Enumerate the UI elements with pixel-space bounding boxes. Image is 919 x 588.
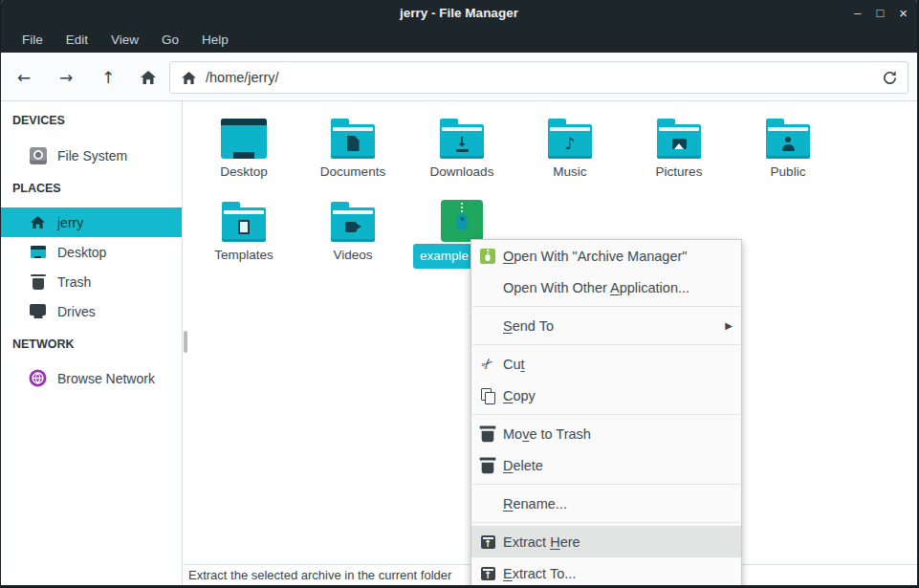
archive-manager-icon [480,249,495,264]
network-globe-icon [29,369,47,387]
file-downloads[interactable]: ↓ Downloads [408,111,515,179]
menu-item-copy[interactable]: Copy [471,380,741,411]
extract-icon: ↑ [480,566,495,581]
file-example-archive[interactable] [408,194,515,242]
path-bar[interactable]: /home/jerry/ [169,61,908,94]
desktop-icon [29,246,47,258]
menu-separator [472,306,740,307]
menu-item-delete[interactable]: Delete [471,449,741,481]
home-icon [29,216,47,229]
sidebar-item-browse-network[interactable]: Browse Network [1,363,182,393]
file-documents[interactable]: Documents [299,111,406,179]
extract-icon: ↑ [480,534,495,550]
menu-item-extract-here[interactable]: ↑ Extract Here [471,526,741,557]
sidebar: DEVICES File System PLACES jerry Desktop… [1,101,183,585]
back-button[interactable]: ← [7,60,41,94]
maximize-button[interactable]: □ [876,0,884,27]
folder-music-icon: ♪ [548,119,592,159]
menu-item-open-with-archive-manager[interactable]: Open With "Archive Manager" [471,240,741,272]
cut-icon: ✂ [480,357,495,372]
menu-item-rename[interactable]: Rename... [471,488,741,519]
sidebar-item-drives[interactable]: Drives [1,296,182,326]
file-videos[interactable]: Videos [299,194,406,262]
close-button[interactable]: × [899,0,908,27]
drive-icon [29,147,47,164]
menu-separator [472,414,740,415]
minimize-button[interactable]: – [854,0,861,27]
reload-button[interactable] [882,70,898,86]
menu-item-open-with-other-application[interactable]: Open With Other Application... [471,272,741,303]
menu-edit[interactable]: Edit [55,27,99,53]
menu-file[interactable]: File [11,27,55,53]
archive-icon [441,200,483,242]
submenu-arrow-icon: ▶ [725,320,733,331]
file-desktop[interactable]: Desktop [190,111,297,179]
forward-icon: → [59,68,73,87]
status-text: Extract the selected archive in the curr… [188,568,451,582]
trash-icon [29,274,47,290]
folder-pictures-icon [657,119,701,159]
sidebar-item-jerry[interactable]: jerry [1,207,182,237]
toolbar: ← → ↑ /home/jerry/ [1,53,917,101]
file-pictures[interactable]: Pictures [625,111,733,179]
menu-item-move-to-trash[interactable]: Move to Trash [471,418,741,449]
forward-button[interactable]: → [49,60,83,94]
file-music[interactable]: ♪ Music [516,111,624,179]
sidebar-item-trash[interactable]: Trash [1,267,182,296]
drives-icon [29,304,47,318]
path-text[interactable]: /home/jerry/ [206,70,279,85]
window-controls: – □ × [854,0,908,27]
folder-public-icon [766,119,810,159]
menubar: File Edit View Go Help [1,27,917,53]
trash-icon [480,426,495,442]
up-button[interactable]: ↑ [91,60,125,94]
reload-icon [882,70,898,86]
menu-view[interactable]: View [99,27,150,53]
home-icon [141,71,156,84]
menu-separator [472,484,740,485]
folder-templates-icon [222,202,266,242]
file-templates[interactable]: Templates [190,194,297,262]
copy-icon [480,388,495,403]
folder-downloads-icon: ↓ [440,119,484,159]
home-button[interactable] [131,60,165,94]
folder-videos-icon [331,202,375,242]
menu-separator [472,522,740,523]
up-icon: ↑ [101,68,115,87]
titlebar[interactable]: jerry - File Manager – □ × [1,0,917,27]
menu-item-cut[interactable]: ✂ Cut [471,348,741,380]
sidebar-header-places: PLACES [12,182,61,195]
scrollbar-thumb[interactable] [184,331,187,353]
menu-separator [472,344,740,345]
sidebar-item-file-system[interactable]: File System [1,141,182,170]
menu-go[interactable]: Go [150,27,190,53]
file-public[interactable]: Public [734,111,842,179]
menu-item-send-to[interactable]: Send To ▶ [471,310,741,341]
window-title: jerry - File Manager [1,0,917,27]
context-menu: Open With "Archive Manager" Open With Ot… [470,239,742,588]
back-icon: ← [17,68,31,87]
file-manager-window: jerry - File Manager – □ × File Edit Vie… [0,0,919,588]
sidebar-header-network: NETWORK [12,338,75,351]
sidebar-header-devices: DEVICES [12,114,65,127]
desktop-icon [221,119,267,159]
trash-icon [480,458,495,473]
menu-help[interactable]: Help [190,27,240,53]
folder-documents-icon [331,119,375,159]
menu-item-extract-to[interactable]: ↑ Extract To... [471,557,741,588]
sidebar-item-desktop[interactable]: Desktop [1,237,182,267]
home-icon [182,72,196,84]
